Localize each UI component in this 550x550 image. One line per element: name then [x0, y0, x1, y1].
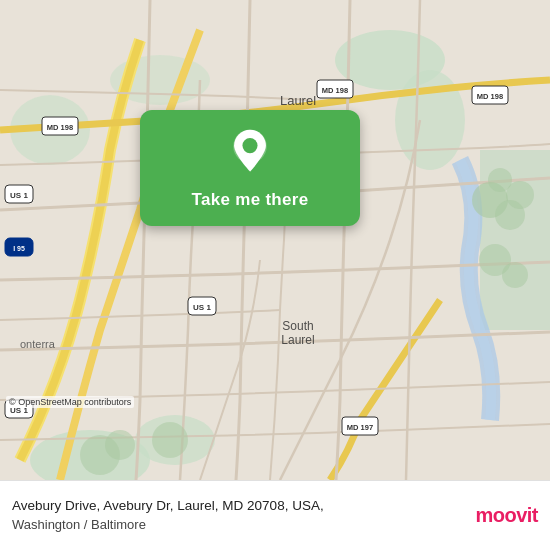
svg-point-38 [242, 138, 257, 153]
svg-text:onterra: onterra [20, 338, 56, 350]
svg-text:MD 198: MD 198 [322, 86, 348, 95]
svg-text:US 1: US 1 [193, 303, 211, 312]
svg-text:MD 197: MD 197 [347, 423, 373, 432]
moovit-logo: moovit [475, 504, 538, 527]
bottom-bar: Avebury Drive, Avebury Dr, Laurel, MD 20… [0, 480, 550, 550]
svg-text:MD 198: MD 198 [477, 92, 503, 101]
svg-text:I 95: I 95 [13, 245, 25, 252]
svg-text:Laurel: Laurel [281, 333, 314, 347]
take-me-there-button[interactable]: Take me there [140, 110, 360, 226]
address-line2: Washington / Baltimore [12, 516, 465, 534]
svg-point-33 [502, 262, 528, 288]
svg-text:South: South [282, 319, 313, 333]
svg-point-31 [506, 181, 534, 209]
osm-credit: © OpenStreetMap contributors [6, 396, 134, 408]
moovit-logo-text: moovit [475, 504, 538, 527]
svg-point-35 [105, 430, 135, 460]
map-container: US 1 US 1 US 1 I 95 MD 198 MD 198 MD 198… [0, 0, 550, 480]
location-pin-icon [224, 128, 276, 180]
svg-point-36 [152, 422, 188, 458]
address-section: Avebury Drive, Avebury Dr, Laurel, MD 20… [12, 497, 465, 534]
address-line1: Avebury Drive, Avebury Dr, Laurel, MD 20… [12, 497, 465, 516]
svg-text:Laurel: Laurel [280, 93, 316, 108]
take-me-there-label: Take me there [192, 190, 309, 210]
svg-text:MD 198: MD 198 [47, 123, 73, 132]
svg-text:US 1: US 1 [10, 191, 28, 200]
